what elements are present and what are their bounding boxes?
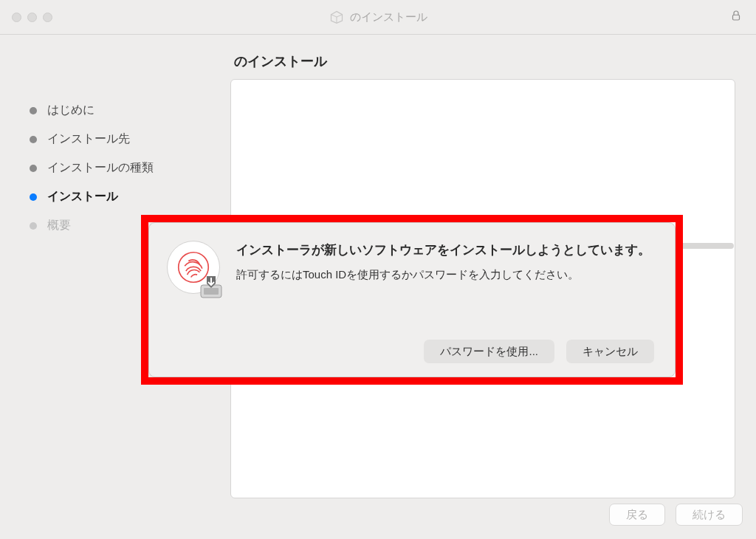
sidebar-item-install-type: インストールの種類: [30, 160, 154, 176]
installer-badge-icon: [196, 272, 226, 301]
lock-icon[interactable]: [729, 9, 743, 25]
titlebar: のインストール: [0, 0, 756, 34]
step-bullet-icon: [30, 222, 37, 230]
sidebar-item-label: 概要: [47, 218, 71, 233]
back-button-label: 戻る: [626, 508, 648, 522]
sidebar-item-intro: はじめに: [30, 103, 154, 118]
sidebar-item-label: はじめに: [47, 103, 94, 118]
step-bullet-icon: [30, 193, 37, 201]
sidebar-item-destination: インストール先: [30, 131, 154, 147]
dialog-heading: インストーラが新しいソフトウェアをインストールしようとしています。: [236, 241, 654, 260]
page-title: のインストール: [234, 52, 327, 70]
auth-dialog: インストーラが新しいソフトウェアをインストールしようとしています。 許可するには…: [148, 222, 676, 377]
cancel-button-label: キャンセル: [583, 345, 638, 359]
use-password-button[interactable]: パスワードを使用...: [424, 340, 554, 363]
dialog-icon-area: [167, 241, 223, 297]
sidebar-item-label: インストール先: [47, 131, 130, 147]
dialog-subtext: 許可するにはTouch IDを使用するかパスワードを入力してください。: [236, 266, 654, 284]
dialog-buttons: パスワードを使用... キャンセル: [424, 340, 654, 363]
sidebar-item-label: インストールの種類: [47, 160, 154, 176]
window-zoom-button[interactable]: [43, 13, 52, 22]
window-minimize-button[interactable]: [27, 13, 37, 22]
window-controls: [12, 13, 52, 22]
footer-buttons: 戻る 続ける: [609, 504, 743, 526]
step-bullet-icon: [30, 107, 37, 114]
back-button[interactable]: 戻る: [609, 504, 665, 526]
sidebar-item-summary: 概要: [30, 218, 154, 233]
window-title-area: のインストール: [329, 10, 427, 24]
step-bullet-icon: [30, 136, 37, 143]
sidebar-item-install: インストール: [30, 189, 154, 205]
cancel-button[interactable]: キャンセル: [566, 340, 654, 363]
window-close-button[interactable]: [12, 13, 21, 22]
install-steps-sidebar: はじめに インストール先 インストールの種類 インストール 概要: [30, 103, 154, 233]
svg-rect-0: [733, 15, 740, 20]
use-password-button-label: パスワードを使用...: [440, 345, 538, 359]
sidebar-item-label: インストール: [47, 189, 118, 205]
window-title: のインストール: [350, 10, 427, 24]
svg-rect-3: [204, 288, 219, 295]
package-icon: [329, 10, 344, 24]
step-bullet-icon: [30, 165, 37, 172]
continue-button-label: 続ける: [693, 508, 726, 522]
continue-button[interactable]: 続ける: [676, 504, 743, 526]
content-area: のインストール はじめに インストール先 インストールの種類 インストール 概要: [0, 35, 756, 539]
